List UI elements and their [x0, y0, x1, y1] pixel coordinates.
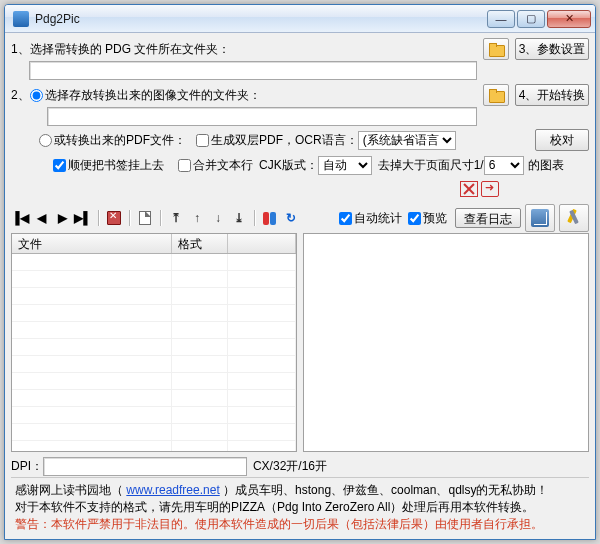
- move-top-button[interactable]: ⤒: [167, 209, 185, 227]
- trim-fraction-select[interactable]: 6: [484, 156, 524, 175]
- rotate-button[interactable]: ↻: [282, 209, 300, 227]
- table-row[interactable]: [12, 390, 296, 407]
- cjk-select[interactable]: 自动: [318, 156, 372, 175]
- table-row[interactable]: [12, 339, 296, 356]
- view-stats-button[interactable]: [261, 209, 279, 227]
- folder-icon: [488, 43, 504, 55]
- footer-l1b: ）成员车明、hstong、伊兹鱼、coolman、qdlsy的无私协助！: [223, 483, 548, 497]
- step1-browse-button[interactable]: [483, 38, 509, 60]
- ocr-lang-select[interactable]: (系统缺省语言): [358, 131, 456, 150]
- dpi-tail-label: CX/32开/16开: [253, 458, 327, 475]
- col-blank[interactable]: [228, 234, 296, 253]
- footer-line1: 感谢网上读书园地（ www.readfree.net ）成员车明、hstong、…: [15, 482, 585, 499]
- toolbar-sep: [160, 210, 161, 226]
- footer-line2: 对于本软件不支持的格式，请先用车明的PIZZA（Pdg Into ZeroZer…: [15, 499, 585, 516]
- open-doc-button[interactable]: [136, 209, 154, 227]
- auto-stat-checkbox[interactable]: [339, 212, 352, 225]
- footer: 感谢网上读书园地（ www.readfree.net ）成员车明、hstong、…: [11, 477, 589, 537]
- merge-text-checkbox[interactable]: [178, 159, 191, 172]
- pdf-radio-label: 或转换出来的PDF文件：: [54, 132, 186, 149]
- col-format[interactable]: 格式: [172, 234, 228, 253]
- close-button[interactable]: ✕: [547, 10, 591, 28]
- step1-folder-input[interactable]: [29, 61, 477, 80]
- table-row[interactable]: [12, 254, 296, 271]
- step2-prefix: 2、: [11, 87, 30, 104]
- step2-row: 2、 选择存放转换出来的图像文件的文件夹： 4、开始转换: [11, 83, 589, 107]
- step2-folder-input[interactable]: [47, 107, 477, 126]
- bookmark-label: 顺便把书签挂上去: [68, 157, 164, 174]
- start-convert-button[interactable]: 4、开始转换: [515, 84, 589, 106]
- app-title: Pdg2Pic: [35, 12, 487, 26]
- move-down-button[interactable]: ↓: [209, 209, 227, 227]
- table-row[interactable]: [12, 356, 296, 373]
- dpi-input[interactable]: [43, 457, 247, 476]
- table-row[interactable]: [12, 322, 296, 339]
- step1-input-row: [11, 60, 589, 80]
- move-up-button[interactable]: ↑: [188, 209, 206, 227]
- delete-icon[interactable]: [460, 181, 478, 197]
- folder-icon: [488, 89, 504, 101]
- step2-input-row: [11, 106, 589, 126]
- delete-item-button[interactable]: [105, 209, 123, 227]
- window-controls: — ▢ ✕: [487, 10, 591, 28]
- dpi-label: DPI：: [11, 458, 43, 475]
- prev-button[interactable]: ◀: [32, 209, 50, 227]
- last-button[interactable]: ▶▌: [74, 209, 92, 227]
- database-button[interactable]: [525, 204, 555, 232]
- first-button[interactable]: ▐◀: [11, 209, 29, 227]
- blue-bar-icon: [270, 212, 276, 225]
- gen-ocr-checkbox[interactable]: [196, 134, 209, 147]
- table-row[interactable]: [12, 441, 296, 451]
- dpi-row: DPI： CX/32开/16开: [11, 455, 589, 477]
- cjk-label: CJK版式：: [259, 157, 318, 174]
- tools-button[interactable]: [559, 204, 589, 232]
- app-window: Pdg2Pic — ▢ ✕ 1、选择需转换的 PDG 文件所在文件夹： 3、参数…: [4, 4, 596, 540]
- next-button[interactable]: ▶: [53, 209, 71, 227]
- trash-icon: [107, 211, 121, 225]
- database-icon: [531, 209, 549, 227]
- document-icon: [139, 211, 151, 225]
- pdf-output-radio[interactable]: [39, 134, 52, 147]
- col-file[interactable]: 文件: [12, 234, 172, 253]
- table-header: 文件 格式: [12, 234, 296, 254]
- step2-image-radio[interactable]: [30, 89, 43, 102]
- extra-icons-row: [11, 179, 589, 199]
- footer-warning: 警告：本软件严禁用于非法目的。使用本软件造成的一切后果（包括法律后果）由使用者自…: [15, 516, 585, 533]
- bookmark-checkbox[interactable]: [53, 159, 66, 172]
- view-log-button[interactable]: 查看日志: [455, 208, 521, 228]
- gen-ocr-label: 生成双层PDF，OCR语言：: [211, 132, 358, 149]
- titlebar: Pdg2Pic — ▢ ✕: [5, 5, 595, 33]
- table-row[interactable]: [12, 305, 296, 322]
- preview-label: 预览: [423, 210, 447, 227]
- maximize-button[interactable]: ▢: [517, 10, 545, 28]
- step2-browse-button[interactable]: [483, 84, 509, 106]
- params-button[interactable]: 3、参数设置: [515, 38, 589, 60]
- step1-row: 1、选择需转换的 PDG 文件所在文件夹： 3、参数设置: [11, 37, 589, 61]
- bookmark-options-row: 顺便把书签挂上去 合并文本行 CJK版式： 自动 去掉大于页面尺寸1/ 6 的图…: [11, 154, 589, 176]
- preview-checkbox[interactable]: [408, 212, 421, 225]
- table-row[interactable]: [12, 407, 296, 424]
- trim-tail-label: 的图表: [528, 157, 564, 174]
- footer-link[interactable]: www.readfree.net: [126, 483, 219, 497]
- list-toolbar: ▐◀ ◀ ▶ ▶▌ ⤒ ↑ ↓ ⤓ ↻: [11, 209, 339, 227]
- step1-label: 1、选择需转换的 PDG 文件所在文件夹：: [11, 41, 230, 58]
- file-table: 文件 格式: [11, 233, 297, 452]
- table-row[interactable]: [12, 373, 296, 390]
- minimize-button[interactable]: —: [487, 10, 515, 28]
- content-split: 文件 格式: [11, 233, 589, 452]
- table-body[interactable]: [12, 254, 296, 451]
- table-row[interactable]: [12, 424, 296, 441]
- proofread-button[interactable]: 校对: [535, 129, 589, 151]
- merge-text-label: 合并文本行: [193, 157, 253, 174]
- table-row[interactable]: [12, 271, 296, 288]
- export-icon[interactable]: [481, 181, 499, 197]
- pdf-options-row: 或转换出来的PDF文件： 生成双层PDF，OCR语言： (系统缺省语言) 校对: [11, 129, 589, 151]
- client-area: 1、选择需转换的 PDG 文件所在文件夹： 3、参数设置 2、 选择存放转换出来…: [5, 33, 595, 539]
- tools-icon: [564, 208, 584, 228]
- toolbar-sep: [129, 210, 130, 226]
- step2-radio-label: 选择存放转换出来的图像文件的文件夹：: [45, 87, 261, 104]
- toolbar-row: ▐◀ ◀ ▶ ▶▌ ⤒ ↑ ↓ ⤓ ↻ 自动统计 预览: [11, 205, 589, 231]
- table-row[interactable]: [12, 288, 296, 305]
- move-bottom-button[interactable]: ⤓: [230, 209, 248, 227]
- trim-label: 去掉大于页面尺寸1/: [378, 157, 484, 174]
